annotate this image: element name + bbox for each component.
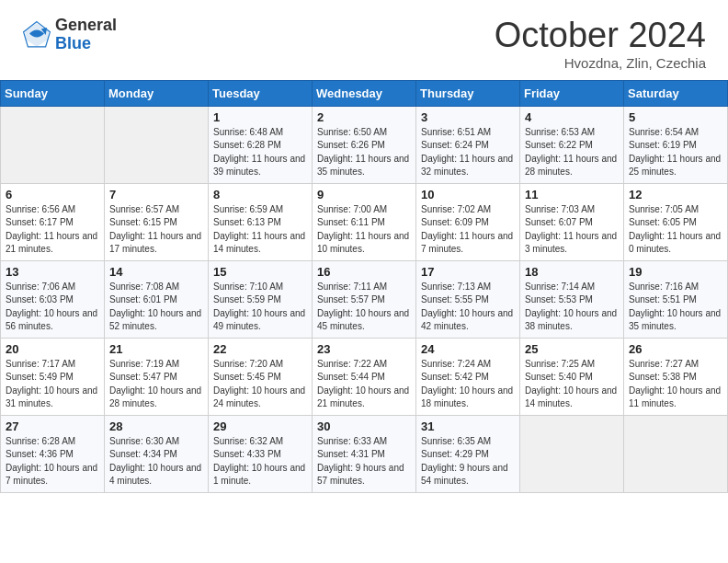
page-header: General Blue October 2024 Hvozdna, Zlin,… — [0, 0, 728, 80]
logo: General Blue — [22, 17, 117, 53]
day-info: Sunrise: 7:02 AM Sunset: 6:09 PM Dayligh… — [421, 203, 515, 257]
day-number: 15 — [213, 265, 307, 279]
header-day-monday: Monday — [105, 80, 209, 106]
day-number: 10 — [421, 188, 515, 201]
day-info: Sunrise: 6:30 AM Sunset: 4:34 PM Dayligh… — [109, 435, 203, 488]
day-info: Sunrise: 6:50 AM Sunset: 6:26 PM Dayligh… — [317, 126, 411, 179]
header-day-sunday: Sunday — [1, 80, 105, 106]
day-number: 23 — [317, 342, 411, 356]
day-number: 29 — [213, 419, 307, 433]
day-info: Sunrise: 7:19 AM Sunset: 5:47 PM Dayligh… — [109, 358, 203, 411]
calendar-week-5: 27Sunrise: 6:28 AM Sunset: 4:36 PM Dayli… — [1, 415, 728, 492]
day-number: 31 — [421, 419, 515, 433]
month-title: October 2024 — [495, 17, 706, 55]
calendar-cell: 30Sunrise: 6:33 AM Sunset: 4:31 PM Dayli… — [313, 415, 416, 492]
calendar-cell: 4Sunrise: 6:53 AM Sunset: 6:22 PM Daylig… — [520, 106, 624, 183]
day-info: Sunrise: 7:20 AM Sunset: 5:45 PM Dayligh… — [213, 358, 307, 411]
day-number: 9 — [317, 188, 411, 201]
calendar-week-1: 1Sunrise: 6:48 AM Sunset: 6:28 PM Daylig… — [1, 106, 728, 183]
day-number: 4 — [525, 110, 619, 124]
calendar-cell: 27Sunrise: 6:28 AM Sunset: 4:36 PM Dayli… — [1, 415, 105, 492]
calendar-cell: 26Sunrise: 7:27 AM Sunset: 5:38 PM Dayli… — [624, 338, 728, 415]
calendar-cell: 3Sunrise: 6:51 AM Sunset: 6:24 PM Daylig… — [416, 106, 520, 183]
day-info: Sunrise: 7:16 AM Sunset: 5:51 PM Dayligh… — [629, 281, 722, 334]
header-day-friday: Friday — [520, 80, 624, 106]
day-info: Sunrise: 7:22 AM Sunset: 5:44 PM Dayligh… — [317, 358, 411, 411]
calendar-cell — [624, 415, 728, 492]
calendar-cell: 20Sunrise: 7:17 AM Sunset: 5:49 PM Dayli… — [1, 338, 105, 415]
calendar-cell: 18Sunrise: 7:14 AM Sunset: 5:53 PM Dayli… — [520, 260, 624, 338]
calendar-cell: 25Sunrise: 7:25 AM Sunset: 5:40 PM Dayli… — [520, 338, 624, 415]
calendar-cell: 12Sunrise: 7:05 AM Sunset: 6:05 PM Dayli… — [624, 183, 728, 260]
day-number: 16 — [317, 265, 411, 279]
calendar-cell: 16Sunrise: 7:11 AM Sunset: 5:57 PM Dayli… — [313, 260, 416, 338]
day-info: Sunrise: 6:53 AM Sunset: 6:22 PM Dayligh… — [525, 126, 619, 179]
day-number: 2 — [317, 110, 411, 124]
day-number: 21 — [109, 342, 203, 356]
day-info: Sunrise: 7:03 AM Sunset: 6:07 PM Dayligh… — [525, 203, 619, 257]
calendar-cell: 31Sunrise: 6:35 AM Sunset: 4:29 PM Dayli… — [416, 415, 520, 492]
day-info: Sunrise: 7:11 AM Sunset: 5:57 PM Dayligh… — [317, 281, 411, 334]
day-info: Sunrise: 7:24 AM Sunset: 5:42 PM Dayligh… — [421, 358, 515, 411]
day-number: 19 — [629, 265, 722, 279]
day-info: Sunrise: 6:32 AM Sunset: 4:33 PM Dayligh… — [213, 435, 307, 488]
calendar-cell: 11Sunrise: 7:03 AM Sunset: 6:07 PM Dayli… — [520, 183, 624, 260]
calendar-cell: 13Sunrise: 7:06 AM Sunset: 6:03 PM Dayli… — [1, 260, 105, 338]
calendar-table: SundayMondayTuesdayWednesdayThursdayFrid… — [0, 80, 728, 493]
calendar-cell — [1, 106, 105, 183]
day-info: Sunrise: 6:54 AM Sunset: 6:19 PM Dayligh… — [629, 126, 722, 179]
header-day-tuesday: Tuesday — [209, 80, 313, 106]
day-number: 27 — [6, 419, 99, 433]
day-number: 14 — [109, 265, 203, 279]
calendar-cell: 24Sunrise: 7:24 AM Sunset: 5:42 PM Dayli… — [416, 338, 520, 415]
day-info: Sunrise: 7:10 AM Sunset: 5:59 PM Dayligh… — [213, 281, 307, 334]
day-info: Sunrise: 6:51 AM Sunset: 6:24 PM Dayligh… — [421, 126, 515, 179]
header-day-saturday: Saturday — [624, 80, 728, 106]
calendar-header: SundayMondayTuesdayWednesdayThursdayFrid… — [1, 80, 728, 106]
day-number: 13 — [6, 265, 99, 279]
calendar-cell: 28Sunrise: 6:30 AM Sunset: 4:34 PM Dayli… — [105, 415, 209, 492]
day-number: 17 — [421, 265, 515, 279]
day-number: 25 — [525, 342, 619, 356]
day-number: 11 — [525, 188, 619, 201]
day-info: Sunrise: 7:17 AM Sunset: 5:49 PM Dayligh… — [6, 358, 99, 411]
logo-general-text: General — [55, 17, 117, 35]
calendar-cell: 2Sunrise: 6:50 AM Sunset: 6:26 PM Daylig… — [313, 106, 416, 183]
day-info: Sunrise: 6:59 AM Sunset: 6:13 PM Dayligh… — [213, 203, 307, 257]
calendar-week-2: 6Sunrise: 6:56 AM Sunset: 6:17 PM Daylig… — [1, 183, 728, 260]
day-number: 22 — [213, 342, 307, 356]
day-info: Sunrise: 6:56 AM Sunset: 6:17 PM Dayligh… — [6, 203, 99, 257]
location-subtitle: Hvozdna, Zlin, Czechia — [495, 55, 706, 71]
day-number: 7 — [109, 188, 203, 201]
day-info: Sunrise: 7:25 AM Sunset: 5:40 PM Dayligh… — [525, 358, 619, 411]
day-number: 5 — [629, 110, 722, 124]
calendar-cell: 23Sunrise: 7:22 AM Sunset: 5:44 PM Dayli… — [313, 338, 416, 415]
day-number: 1 — [213, 110, 307, 124]
day-info: Sunrise: 7:27 AM Sunset: 5:38 PM Dayligh… — [629, 358, 722, 411]
calendar-cell: 19Sunrise: 7:16 AM Sunset: 5:51 PM Dayli… — [624, 260, 728, 338]
day-number: 8 — [213, 188, 307, 201]
day-info: Sunrise: 6:33 AM Sunset: 4:31 PM Dayligh… — [317, 435, 411, 488]
day-info: Sunrise: 7:08 AM Sunset: 6:01 PM Dayligh… — [109, 281, 203, 334]
day-number: 6 — [6, 188, 99, 201]
day-number: 20 — [6, 342, 99, 356]
day-number: 24 — [421, 342, 515, 356]
day-number: 12 — [629, 188, 722, 201]
day-info: Sunrise: 7:05 AM Sunset: 6:05 PM Dayligh… — [629, 203, 722, 257]
day-number: 28 — [109, 419, 203, 433]
calendar-cell: 22Sunrise: 7:20 AM Sunset: 5:45 PM Dayli… — [209, 338, 313, 415]
calendar-cell: 29Sunrise: 6:32 AM Sunset: 4:33 PM Dayli… — [209, 415, 313, 492]
day-info: Sunrise: 6:48 AM Sunset: 6:28 PM Dayligh… — [213, 126, 307, 179]
calendar-cell: 1Sunrise: 6:48 AM Sunset: 6:28 PM Daylig… — [209, 106, 313, 183]
calendar-cell: 17Sunrise: 7:13 AM Sunset: 5:55 PM Dayli… — [416, 260, 520, 338]
day-info: Sunrise: 6:35 AM Sunset: 4:29 PM Dayligh… — [421, 435, 515, 488]
calendar-cell: 15Sunrise: 7:10 AM Sunset: 5:59 PM Dayli… — [209, 260, 313, 338]
day-info: Sunrise: 6:28 AM Sunset: 4:36 PM Dayligh… — [6, 435, 99, 488]
title-block: October 2024 Hvozdna, Zlin, Czechia — [495, 17, 706, 71]
day-number: 26 — [629, 342, 722, 356]
day-info: Sunrise: 7:06 AM Sunset: 6:03 PM Dayligh… — [6, 281, 99, 334]
calendar-cell: 5Sunrise: 6:54 AM Sunset: 6:19 PM Daylig… — [624, 106, 728, 183]
calendar-cell: 14Sunrise: 7:08 AM Sunset: 6:01 PM Dayli… — [105, 260, 209, 338]
day-info: Sunrise: 7:00 AM Sunset: 6:11 PM Dayligh… — [317, 203, 411, 257]
calendar-cell: 7Sunrise: 6:57 AM Sunset: 6:15 PM Daylig… — [105, 183, 209, 260]
